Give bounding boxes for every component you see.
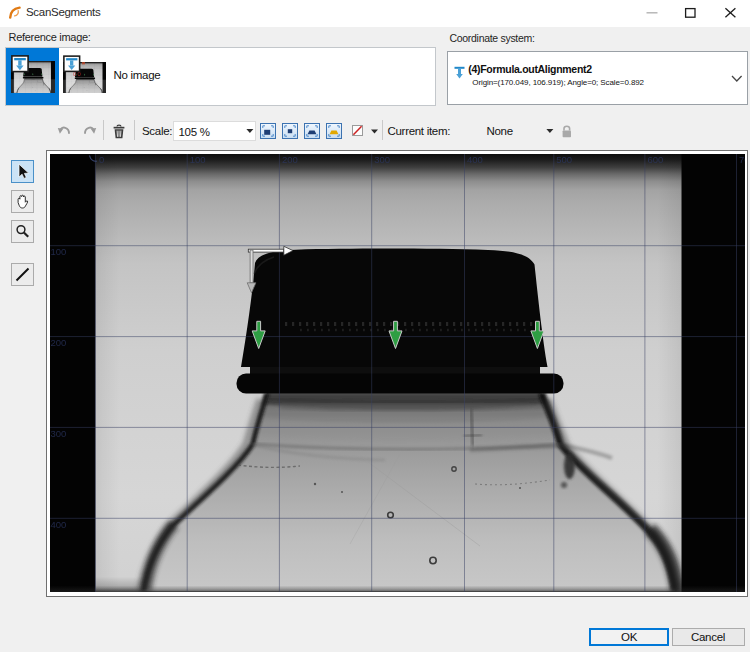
svg-text:700: 700 (739, 154, 745, 165)
svg-text:200: 200 (281, 154, 297, 165)
svg-text:300: 300 (374, 154, 390, 165)
svg-text:0: 0 (99, 154, 104, 165)
svg-text:100: 100 (189, 154, 205, 165)
svg-text:600: 600 (647, 154, 663, 165)
svg-text:500: 500 (556, 154, 572, 165)
svg-text:400: 400 (467, 154, 483, 165)
svg-text:300: 300 (50, 428, 66, 439)
svg-text:400: 400 (50, 519, 66, 530)
svg-text:100: 100 (50, 246, 66, 257)
svg-text:200: 200 (50, 337, 66, 348)
